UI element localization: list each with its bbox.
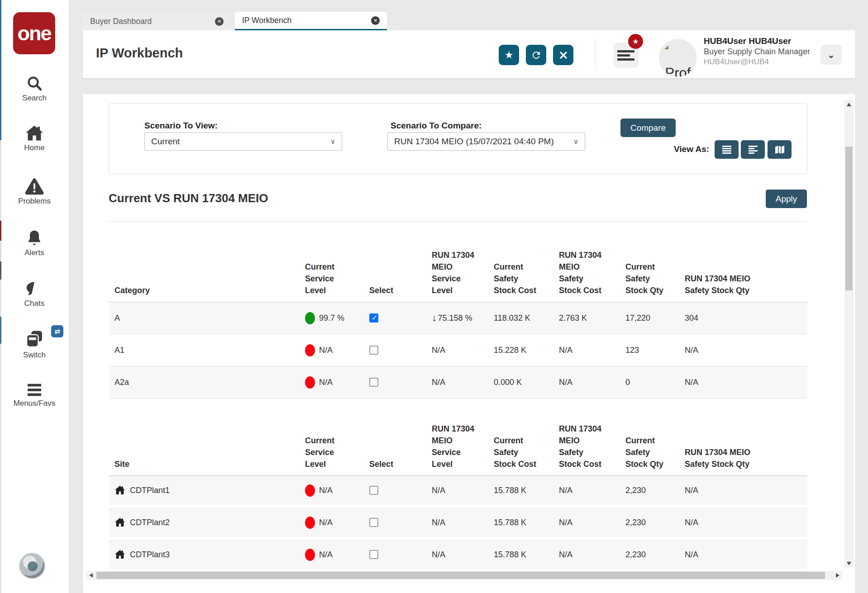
run-safety-stock-qty: N/A — [685, 378, 807, 387]
current-safety-stock-qty: 0 — [625, 378, 685, 387]
swap-arrows-icon[interactable]: ⇄ — [51, 325, 63, 337]
scroll-down-icon[interactable] — [847, 562, 851, 565]
select-checkbox[interactable] — [369, 486, 378, 495]
status-dot — [305, 549, 315, 561]
vertical-scrollbar-thumb[interactable] — [845, 147, 853, 290]
star-badge-icon: ★ — [628, 34, 643, 49]
run-service-level: N/A — [432, 346, 445, 355]
tab-ip-workbench[interactable]: IP Workbench ✕ — [235, 12, 387, 31]
sidebar-item-label: Alerts — [0, 248, 69, 257]
current-service-level: 99.7 % — [319, 313, 344, 323]
run-safety-stock-cost: 2.763 K — [559, 313, 625, 323]
compare-button[interactable]: Compare — [620, 119, 676, 137]
sidebar-item-switch[interactable]: ⇄ Switch — [0, 329, 69, 360]
arrow-down-icon: ↓ — [432, 313, 437, 323]
current-safety-stock-cost: 118.032 K — [494, 313, 559, 323]
run-safety-stock-qty: 304 — [685, 313, 807, 323]
selected-value: Current — [151, 137, 180, 147]
sidebar-item-problems[interactable]: Problems — [0, 177, 69, 206]
sidebar-item-label: Problems — [0, 197, 69, 206]
home-icon — [114, 550, 125, 560]
column-header: Current Service Level — [305, 435, 369, 475]
scenario-compare-label: Scenario To Compare: — [391, 121, 482, 131]
select-checkbox[interactable] — [369, 378, 378, 387]
workbench-content: Scenario To View: Current ∨ Scenario To … — [83, 94, 855, 593]
sidebar-item-alerts[interactable]: Alerts — [0, 229, 69, 257]
current-safety-stock-cost: 15.788 K — [494, 518, 559, 527]
column-header: Site — [114, 458, 305, 475]
search-icon — [25, 74, 43, 92]
scenario-compare-select[interactable]: RUN 17304 MEIO (15/07/2021 04:40 PM) ∨ — [387, 133, 585, 151]
select-checkbox[interactable] — [369, 518, 378, 527]
site-table: Site Current Service Level Select RUN 17… — [109, 409, 807, 572]
user-menu-chevron-button[interactable]: ⌄ — [820, 45, 842, 65]
table-row: A1 N/A N/A 15.228 K N/A 123 N/A — [109, 334, 807, 366]
close-page-button[interactable] — [553, 45, 573, 65]
select-checkbox[interactable] — [369, 346, 378, 355]
list-justify-icon — [721, 145, 732, 155]
scenario-panel: Scenario To View: Current ∨ Scenario To … — [109, 103, 807, 174]
chevron-down-icon: ∨ — [330, 138, 335, 146]
scroll-right-icon[interactable] — [836, 573, 839, 578]
current-safety-stock-cost: 0.000 K — [494, 378, 559, 387]
list-align-left-icon — [748, 145, 758, 155]
current-safety-stock-cost: 15.788 K — [494, 550, 559, 560]
current-safety-stock-qty: 123 — [625, 346, 685, 355]
scenario-view-select[interactable]: Current ∨ — [144, 133, 342, 151]
one-network-logo[interactable]: one — [13, 12, 55, 54]
user-org: HUB4User@HUB4 — [704, 57, 810, 67]
user-name: HUB4User HUB4User — [704, 36, 810, 47]
sidebar-item-menus-favs[interactable]: Menus/Favs — [0, 382, 69, 408]
column-header: RUN 17304 MEIO Safety Stock Qty — [685, 446, 807, 475]
footer-globe-avatar[interactable] — [19, 553, 45, 579]
close-icon[interactable]: ✕ — [371, 16, 380, 25]
tab-buyer-dashboard[interactable]: Buyer Dashboard ✕ — [83, 12, 231, 31]
refresh-button[interactable] — [526, 45, 546, 65]
run-service-level: N/A — [432, 518, 445, 527]
user-role: Buyer Supply Chain Manager — [704, 47, 810, 57]
column-header: Current Safety Stock Qty — [625, 435, 685, 475]
scroll-up-icon[interactable] — [847, 103, 851, 106]
select-checkbox[interactable] — [369, 313, 378, 323]
run-safety-stock-qty: N/A — [685, 486, 807, 495]
chat-bubble-icon — [25, 280, 44, 298]
favorite-button[interactable]: ★ — [499, 45, 519, 65]
view-as-tree-button[interactable] — [741, 140, 765, 159]
column-header: Current Service Level — [305, 261, 369, 302]
current-safety-stock-cost: 15.788 K — [494, 486, 559, 495]
divider — [109, 221, 807, 222]
page-header: IP Workbench ★ ★ Prof HUB4User HUB4User … — [83, 30, 855, 78]
run-safety-stock-cost: N/A — [559, 486, 625, 495]
vertical-scrollbar[interactable] — [844, 100, 854, 568]
run-safety-stock-qty: N/A — [685, 550, 807, 560]
sidebar-item-chats[interactable]: Chats — [0, 280, 69, 308]
table-row: CDTPlant3 N/A N/A 15.788 K N/A 2,230 N/A — [109, 540, 807, 572]
run-safety-stock-cost: N/A — [559, 550, 625, 560]
run-service-level: 75.158 % — [438, 313, 472, 323]
bell-icon — [25, 229, 43, 247]
star-icon: ★ — [505, 49, 514, 61]
select-checkbox[interactable] — [369, 550, 378, 559]
view-as-list-button[interactable] — [715, 140, 739, 159]
table-header-row: Site Current Service Level Select RUN 17… — [109, 409, 807, 476]
current-safety-stock-qty: 2,230 — [625, 550, 685, 560]
scenario-view-label: Scenario To View: — [144, 121, 218, 131]
switch-windows-icon — [24, 329, 44, 349]
sidebar: one Search Home Problems Alerts Chats ⇄ … — [0, 0, 69, 593]
sidebar-item-home[interactable]: Home — [0, 125, 69, 152]
tab-label: IP Workbench — [242, 16, 291, 25]
scroll-left-icon[interactable] — [89, 573, 93, 578]
column-header: Select — [369, 458, 432, 475]
horizontal-scrollbar-thumb[interactable] — [96, 572, 825, 579]
current-service-level: N/A — [319, 486, 333, 495]
status-dot — [305, 312, 315, 324]
run-safety-stock-qty: N/A — [685, 346, 807, 355]
horizontal-scrollbar[interactable] — [86, 571, 842, 580]
sidebar-item-label: Chats — [0, 299, 69, 308]
sidebar-item-search[interactable]: Search — [0, 74, 69, 103]
avatar[interactable]: Prof — [659, 39, 697, 77]
current-service-level: N/A — [319, 346, 333, 355]
apply-button[interactable]: Apply — [766, 190, 807, 208]
view-as-map-button[interactable] — [768, 140, 792, 159]
close-icon[interactable]: ✕ — [215, 17, 224, 26]
